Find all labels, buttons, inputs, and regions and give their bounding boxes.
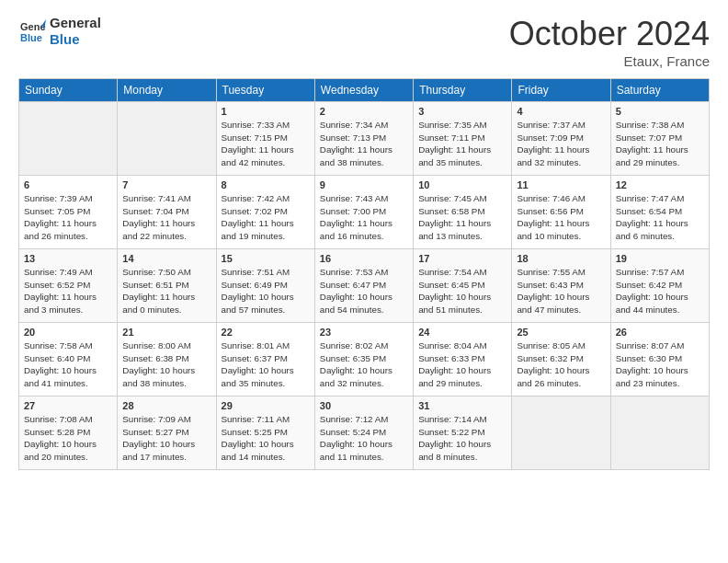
day-number: 30 <box>320 400 408 411</box>
day-number: 20 <box>24 327 112 338</box>
day-number: 12 <box>616 179 704 190</box>
day-number: 26 <box>616 327 704 338</box>
day-info: Sunrise: 7:39 AM Sunset: 7:05 PM Dayligh… <box>24 192 112 243</box>
day-number: 10 <box>418 179 506 190</box>
day-info: Sunrise: 7:51 AM Sunset: 6:49 PM Dayligh… <box>222 266 310 316</box>
day-cell: 5Sunrise: 7:38 AM Sunset: 7:07 PM Daylig… <box>610 102 709 176</box>
week-row-1: 1Sunrise: 7:33 AM Sunset: 7:15 PM Daylig… <box>19 102 710 176</box>
day-number: 31 <box>418 400 506 411</box>
day-cell: 22Sunrise: 8:01 AM Sunset: 6:37 PM Dayli… <box>216 323 314 396</box>
day-info: Sunrise: 7:34 AM Sunset: 7:13 PM Dayligh… <box>320 119 408 169</box>
header-thursday: Thursday <box>414 79 512 102</box>
day-info: Sunrise: 8:00 AM Sunset: 6:38 PM Dayligh… <box>122 339 210 390</box>
day-number: 1 <box>222 106 310 117</box>
day-cell: 24Sunrise: 8:04 AM Sunset: 6:33 PM Dayli… <box>414 323 512 396</box>
day-number: 23 <box>320 327 408 338</box>
day-info: Sunrise: 8:04 AM Sunset: 6:33 PM Dayligh… <box>418 339 506 390</box>
logo-blue: Blue <box>50 31 101 48</box>
day-info: Sunrise: 7:33 AM Sunset: 7:15 PM Dayligh… <box>222 119 310 169</box>
day-cell: 27Sunrise: 7:08 AM Sunset: 5:28 PM Dayli… <box>19 396 118 470</box>
day-number: 27 <box>24 400 112 411</box>
day-number: 19 <box>616 253 704 264</box>
day-info: Sunrise: 7:58 AM Sunset: 6:40 PM Dayligh… <box>24 339 112 390</box>
day-cell: 3Sunrise: 7:35 AM Sunset: 7:11 PM Daylig… <box>414 102 512 176</box>
day-info: Sunrise: 7:11 AM Sunset: 5:25 PM Dayligh… <box>222 413 310 464</box>
day-cell <box>19 102 118 176</box>
day-cell: 7Sunrise: 7:41 AM Sunset: 7:04 PM Daylig… <box>118 176 216 249</box>
day-info: Sunrise: 7:12 AM Sunset: 5:24 PM Dayligh… <box>320 413 408 464</box>
logo: General Blue General Blue <box>18 15 101 48</box>
day-info: Sunrise: 7:45 AM Sunset: 6:58 PM Dayligh… <box>418 192 506 243</box>
day-info: Sunrise: 7:57 AM Sunset: 6:42 PM Dayligh… <box>616 266 704 316</box>
header-monday: Monday <box>118 79 216 102</box>
day-cell: 8Sunrise: 7:42 AM Sunset: 7:02 PM Daylig… <box>216 176 314 249</box>
day-cell: 15Sunrise: 7:51 AM Sunset: 6:49 PM Dayli… <box>216 249 314 323</box>
day-cell <box>512 396 610 470</box>
day-cell: 13Sunrise: 7:49 AM Sunset: 6:52 PM Dayli… <box>19 249 118 323</box>
day-info: Sunrise: 7:37 AM Sunset: 7:09 PM Dayligh… <box>517 119 605 169</box>
day-number: 4 <box>517 106 605 117</box>
day-number: 24 <box>418 327 506 338</box>
day-cell: 26Sunrise: 8:07 AM Sunset: 6:30 PM Dayli… <box>610 323 709 396</box>
day-cell: 25Sunrise: 8:05 AM Sunset: 6:32 PM Dayli… <box>512 323 610 396</box>
day-number: 2 <box>320 106 408 117</box>
header-row: SundayMondayTuesdayWednesdayThursdayFrid… <box>19 79 710 102</box>
day-info: Sunrise: 7:50 AM Sunset: 6:51 PM Dayligh… <box>122 266 210 316</box>
day-cell: 31Sunrise: 7:14 AM Sunset: 5:22 PM Dayli… <box>414 396 512 470</box>
day-cell: 23Sunrise: 8:02 AM Sunset: 6:35 PM Dayli… <box>314 323 413 396</box>
header-wednesday: Wednesday <box>314 79 413 102</box>
day-cell: 10Sunrise: 7:45 AM Sunset: 6:58 PM Dayli… <box>414 176 512 249</box>
calendar-table: SundayMondayTuesdayWednesdayThursdayFrid… <box>18 78 710 470</box>
day-cell: 28Sunrise: 7:09 AM Sunset: 5:27 PM Dayli… <box>118 396 216 470</box>
day-info: Sunrise: 8:07 AM Sunset: 6:30 PM Dayligh… <box>616 339 704 390</box>
day-cell <box>118 102 216 176</box>
day-number: 9 <box>320 179 408 190</box>
title-block: October 2024 Etaux, France <box>509 15 710 69</box>
day-number: 14 <box>122 253 210 264</box>
day-cell: 29Sunrise: 7:11 AM Sunset: 5:25 PM Dayli… <box>216 396 314 470</box>
svg-text:Blue: Blue <box>20 32 42 43</box>
day-number: 11 <box>517 179 605 190</box>
day-number: 29 <box>222 400 310 411</box>
logo-icon: General Blue <box>18 17 46 45</box>
svg-text:General: General <box>20 21 46 32</box>
day-info: Sunrise: 7:41 AM Sunset: 7:04 PM Dayligh… <box>122 192 210 243</box>
week-row-4: 20Sunrise: 7:58 AM Sunset: 6:40 PM Dayli… <box>19 323 710 396</box>
day-info: Sunrise: 8:02 AM Sunset: 6:35 PM Dayligh… <box>320 339 408 390</box>
day-number: 21 <box>122 327 210 338</box>
day-number: 6 <box>24 179 112 190</box>
day-number: 15 <box>222 253 310 264</box>
day-info: Sunrise: 7:08 AM Sunset: 5:28 PM Dayligh… <box>24 413 112 464</box>
day-info: Sunrise: 7:38 AM Sunset: 7:07 PM Dayligh… <box>616 119 704 169</box>
day-info: Sunrise: 7:53 AM Sunset: 6:47 PM Dayligh… <box>320 266 408 316</box>
day-cell: 14Sunrise: 7:50 AM Sunset: 6:51 PM Dayli… <box>118 249 216 323</box>
day-number: 25 <box>517 327 605 338</box>
day-info: Sunrise: 7:14 AM Sunset: 5:22 PM Dayligh… <box>418 413 506 464</box>
day-cell: 19Sunrise: 7:57 AM Sunset: 6:42 PM Dayli… <box>610 249 709 323</box>
day-number: 17 <box>418 253 506 264</box>
day-cell: 30Sunrise: 7:12 AM Sunset: 5:24 PM Dayli… <box>314 396 413 470</box>
day-number: 18 <box>517 253 605 264</box>
day-info: Sunrise: 7:35 AM Sunset: 7:11 PM Dayligh… <box>418 119 506 169</box>
day-cell: 4Sunrise: 7:37 AM Sunset: 7:09 PM Daylig… <box>512 102 610 176</box>
day-cell: 1Sunrise: 7:33 AM Sunset: 7:15 PM Daylig… <box>216 102 314 176</box>
day-cell: 16Sunrise: 7:53 AM Sunset: 6:47 PM Dayli… <box>314 249 413 323</box>
day-cell <box>610 396 709 470</box>
day-cell: 18Sunrise: 7:55 AM Sunset: 6:43 PM Dayli… <box>512 249 610 323</box>
day-number: 22 <box>222 327 310 338</box>
header-sunday: Sunday <box>19 79 118 102</box>
day-cell: 2Sunrise: 7:34 AM Sunset: 7:13 PM Daylig… <box>314 102 413 176</box>
week-row-5: 27Sunrise: 7:08 AM Sunset: 5:28 PM Dayli… <box>19 396 710 470</box>
day-info: Sunrise: 7:55 AM Sunset: 6:43 PM Dayligh… <box>517 266 605 316</box>
header-tuesday: Tuesday <box>216 79 314 102</box>
day-info: Sunrise: 7:49 AM Sunset: 6:52 PM Dayligh… <box>24 266 112 316</box>
day-info: Sunrise: 8:05 AM Sunset: 6:32 PM Dayligh… <box>517 339 605 390</box>
day-number: 16 <box>320 253 408 264</box>
subtitle: Etaux, France <box>509 53 710 69</box>
logo-general: General <box>50 15 101 31</box>
day-number: 5 <box>616 106 704 117</box>
day-info: Sunrise: 7:43 AM Sunset: 7:00 PM Dayligh… <box>320 192 408 243</box>
page: General Blue General Blue October 2024 E… <box>0 0 728 479</box>
day-cell: 21Sunrise: 8:00 AM Sunset: 6:38 PM Dayli… <box>118 323 216 396</box>
month-title: October 2024 <box>509 15 710 53</box>
